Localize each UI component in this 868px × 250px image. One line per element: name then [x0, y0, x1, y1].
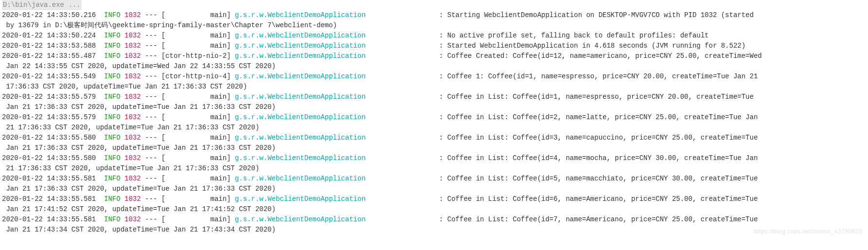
log-thread: [ctor-http-nio-2] [161, 52, 231, 60]
console-output[interactable]: D:\bin\java.exe ... 2020-01-22 14:33:50.… [0, 0, 868, 239]
log-timestamp: 2020-01-22 14:33:55.580 [2, 134, 96, 142]
log-pid: 1032 [124, 215, 141, 223]
log-thread: [ main] [161, 32, 231, 39]
log-level: INFO [104, 11, 121, 19]
log-level: INFO [104, 93, 121, 101]
log-line: 2020-01-22 14:33:50.224 INFO 1032 --- [ … [2, 31, 866, 41]
log-pid: 1032 [124, 32, 141, 39]
log-logger: g.s.r.w.WebclientDemoApplication [235, 11, 398, 19]
log-logger: g.s.r.w.WebclientDemoApplication [235, 32, 398, 39]
log-timestamp: 2020-01-22 14:33:55.580 [2, 154, 96, 162]
log-container: 2020-01-22 14:33:50.216 INFO 1032 --- [ … [2, 10, 866, 235]
log-message: : Started WebclientDemoApplication in 4.… [439, 42, 745, 50]
console-header: D:\bin\java.exe ... [2, 0, 82, 10]
log-message: : Coffee in List: Coffee(id=5, name=macc… [439, 175, 758, 182]
log-level: INFO [104, 215, 121, 223]
log-message-continuation: Jan 21 17:36:33 CST 2020, updateTime=Tue… [2, 102, 866, 112]
log-timestamp: 2020-01-22 14:33:55.581 [2, 215, 96, 223]
log-message-continuation: Jan 22 14:33:55 CST 2020, updateTime=Wed… [2, 61, 866, 71]
log-timestamp: 2020-01-22 14:33:55.549 [2, 72, 96, 80]
log-separator: --- [145, 42, 157, 50]
log-message: : Coffee in List: Coffee(id=2, name=latt… [439, 113, 758, 121]
watermark: https://blog.csdn.net/weixin_43790623 [754, 227, 862, 236]
log-logger: g.s.r.w.WebclientDemoApplication [235, 72, 398, 80]
log-message-continuation: Jan 21 17:41:52 CST 2020, updateTime=Tue… [2, 204, 866, 214]
log-timestamp: 2020-01-22 14:33:50.224 [2, 32, 96, 39]
log-thread: [ main] [161, 195, 231, 203]
log-logger: g.s.r.w.WebclientDemoApplication [235, 134, 398, 142]
log-level: INFO [104, 32, 121, 39]
log-thread: [ main] [161, 175, 231, 182]
log-logger: g.s.r.w.WebclientDemoApplication [235, 154, 398, 162]
log-thread: [ main] [161, 11, 231, 19]
log-line: 2020-01-22 14:33:55.581 INFO 1032 --- [ … [2, 194, 866, 214]
log-thread: [ main] [161, 42, 231, 50]
log-message: : Coffee 1: Coffee(id=1, name=espresso, … [439, 72, 758, 80]
log-message: : No active profile set, falling back to… [439, 32, 709, 39]
log-timestamp: 2020-01-22 14:33:55.579 [2, 93, 96, 101]
log-separator: --- [145, 154, 157, 162]
log-pid: 1032 [124, 93, 141, 101]
log-message-continuation: 21 17:36:33 CST 2020, updateTime=Tue Jan… [2, 123, 866, 133]
log-thread: [ main] [161, 113, 231, 121]
log-line: 2020-01-22 14:33:53.588 INFO 1032 --- [ … [2, 41, 866, 51]
log-thread: [ main] [161, 154, 231, 162]
log-message-continuation: Jan 21 17:43:34 CST 2020, updateTime=Tue… [2, 225, 866, 235]
log-pid: 1032 [124, 175, 141, 182]
log-separator: --- [145, 195, 157, 203]
log-timestamp: 2020-01-22 14:33:55.581 [2, 175, 96, 182]
log-logger: g.s.r.w.WebclientDemoApplication [235, 195, 398, 203]
log-timestamp: 2020-01-22 14:33:50.216 [2, 11, 96, 19]
log-logger: g.s.r.w.WebclientDemoApplication [235, 93, 398, 101]
log-pid: 1032 [124, 154, 141, 162]
log-separator: --- [145, 32, 157, 39]
log-message-continuation: by 13679 in D:\极客时间代码\geektime-spring-fa… [2, 20, 866, 31]
log-separator: --- [145, 113, 157, 121]
log-message-continuation: Jan 21 17:36:33 CST 2020, updateTime=Tue… [2, 184, 866, 194]
log-timestamp: 2020-01-22 14:33:53.588 [2, 42, 96, 50]
log-message: : Coffee in List: Coffee(id=4, name=moch… [439, 154, 758, 162]
log-pid: 1032 [124, 113, 141, 121]
log-separator: --- [145, 215, 157, 223]
log-pid: 1032 [124, 42, 141, 50]
log-logger: g.s.r.w.WebclientDemoApplication [235, 113, 398, 121]
log-message-continuation: 21 17:36:33 CST 2020, updateTime=Tue Jan… [2, 163, 866, 174]
log-line: 2020-01-22 14:33:55.580 INFO 1032 --- [ … [2, 133, 866, 153]
log-message-continuation: Jan 21 17:36:33 CST 2020, updateTime=Tue… [2, 143, 866, 153]
log-timestamp: 2020-01-22 14:33:55.487 [2, 52, 96, 60]
log-message: : Coffee in List: Coffee(id=6, name=Amer… [439, 195, 758, 203]
log-timestamp: 2020-01-22 14:33:55.579 [2, 113, 96, 121]
log-pid: 1032 [124, 72, 141, 80]
log-line: 2020-01-22 14:33:55.579 INFO 1032 --- [ … [2, 92, 866, 112]
log-message: : Coffee in List: Coffee(id=1, name=espr… [439, 93, 754, 101]
log-line: 2020-01-22 14:33:55.581 INFO 1032 --- [ … [2, 214, 866, 235]
log-pid: 1032 [124, 195, 141, 203]
log-line: 2020-01-22 14:33:50.216 INFO 1032 --- [ … [2, 10, 866, 31]
log-level: INFO [104, 52, 121, 60]
log-thread: [ main] [161, 93, 231, 101]
log-thread: [ctor-http-nio-4] [161, 72, 231, 80]
log-separator: --- [145, 72, 157, 80]
log-separator: --- [145, 11, 157, 19]
log-pid: 1032 [124, 134, 141, 142]
log-separator: --- [145, 93, 157, 101]
log-message: : Coffee in List: Coffee(id=7, name=Amer… [439, 215, 758, 223]
log-line: 2020-01-22 14:33:55.579 INFO 1032 --- [ … [2, 112, 866, 133]
log-message: : Coffee in List: Coffee(id=3, name=capu… [439, 134, 758, 142]
log-line: 2020-01-22 14:33:55.580 INFO 1032 --- [ … [2, 153, 866, 174]
log-pid: 1032 [124, 11, 141, 19]
log-logger: g.s.r.w.WebclientDemoApplication [235, 175, 398, 182]
log-level: INFO [104, 134, 121, 142]
log-logger: g.s.r.w.WebclientDemoApplication [235, 42, 398, 50]
log-level: INFO [104, 175, 121, 182]
log-message: : Starting WebclientDemoApplication on D… [439, 11, 754, 19]
log-timestamp: 2020-01-22 14:33:55.581 [2, 195, 96, 203]
log-separator: --- [145, 175, 157, 182]
log-level: INFO [104, 72, 121, 80]
log-pid: 1032 [124, 52, 141, 60]
log-line: 2020-01-22 14:33:55.487 INFO 1032 --- [c… [2, 51, 866, 71]
log-level: INFO [104, 42, 121, 50]
log-line: 2020-01-22 14:33:55.549 INFO 1032 --- [c… [2, 71, 866, 92]
log-thread: [ main] [161, 215, 231, 223]
log-separator: --- [145, 52, 157, 60]
